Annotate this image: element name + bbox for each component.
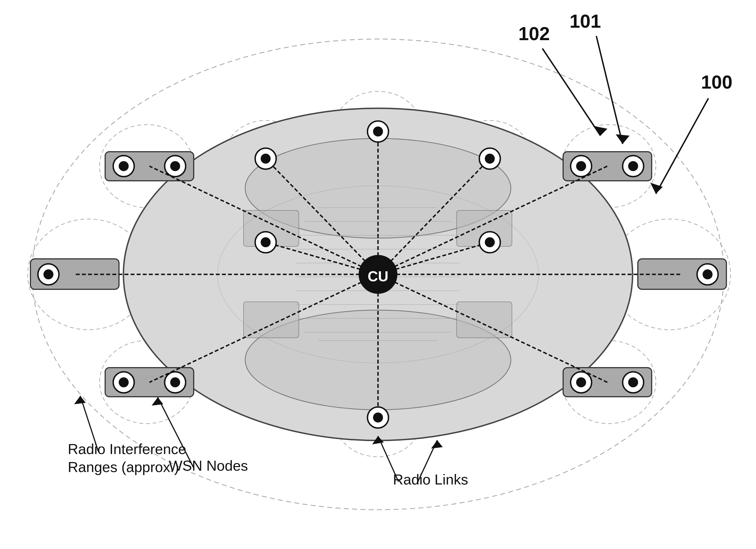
wsn-node-fr-right-inner xyxy=(628,161,638,171)
wsn-node-rr-left-inner xyxy=(576,377,586,387)
ref-102-label: 102 xyxy=(518,23,550,44)
wsn-node-tml-inner xyxy=(261,154,271,164)
arrow-101-head xyxy=(616,134,630,144)
wsn-nodes-label: WSN Nodes xyxy=(169,458,248,474)
arrow-radio-links-head-2 xyxy=(431,440,443,449)
arrow-radio-links-1 xyxy=(378,436,398,482)
ref-101-label: 101 xyxy=(569,11,601,32)
wsn-node-rl-right-inner xyxy=(170,377,180,387)
wsn-node-rr-right-inner xyxy=(628,377,638,387)
arrow-wsn-head xyxy=(152,397,163,406)
wsn-node-right-inner xyxy=(703,269,713,280)
wsn-node-left-inner xyxy=(43,269,53,280)
wsn-node-top-inner xyxy=(373,126,383,136)
cu-label: CU xyxy=(367,268,388,284)
seat-rl xyxy=(244,302,299,338)
wsn-node-cl-inner xyxy=(261,237,271,247)
radio-interference-label-line2: Ranges (approx.) xyxy=(68,459,179,475)
wsn-node-cr-inner xyxy=(485,237,495,247)
arrow-interference-head xyxy=(74,396,86,404)
wsn-node-fl-right-inner xyxy=(170,161,180,171)
wsn-node-bottom-inner xyxy=(373,413,383,423)
wsn-node-fl-left-inner xyxy=(119,161,129,171)
diagram-container: CU 102 101 100 Radio Interference Ranges… xyxy=(0,0,756,549)
radio-interference-label-line1: Radio Interference xyxy=(68,441,186,457)
arrow-102-head xyxy=(594,126,607,136)
ref-100-label: 100 xyxy=(701,71,732,92)
radio-links-label: Radio Links xyxy=(393,472,468,488)
arrow-100 xyxy=(656,98,708,194)
arrow-wsn xyxy=(158,397,194,468)
wsn-node-fr-left-inner xyxy=(576,161,586,171)
wsn-node-rl-left-inner xyxy=(119,377,129,387)
seat-rr xyxy=(457,302,512,338)
wsn-node-tmr-inner xyxy=(485,154,495,164)
arrow-102 xyxy=(542,48,600,136)
